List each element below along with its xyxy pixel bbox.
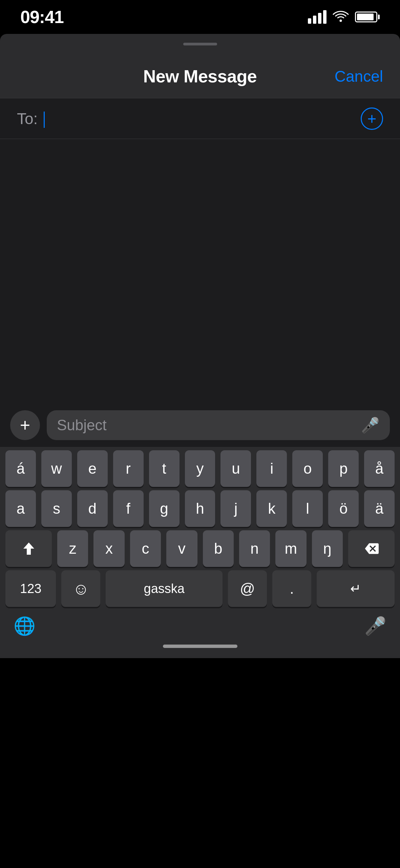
svg-point-0: [340, 19, 342, 22]
key-f[interactable]: f: [113, 490, 144, 527]
message-body-area[interactable]: [0, 139, 400, 403]
to-label: To:: [17, 110, 38, 128]
keyboard-row-2: a s d f g h j k l ö ä: [0, 487, 400, 527]
mic-icon-subject[interactable]: 🎤: [361, 416, 380, 434]
battery-icon: [355, 12, 380, 22]
status-bar: 09:41: [0, 0, 400, 34]
key-t[interactable]: t: [149, 450, 180, 487]
text-cursor: [44, 112, 45, 128]
emoji-key[interactable]: ☺: [61, 570, 100, 607]
key-a-ring[interactable]: å: [364, 450, 395, 487]
globe-key[interactable]: 🌐: [14, 616, 36, 636]
key-v[interactable]: v: [166, 530, 197, 567]
key-a-umlaut[interactable]: ä: [364, 490, 395, 527]
mic-key[interactable]: 🎤: [364, 616, 386, 636]
key-y[interactable]: y: [185, 450, 215, 487]
new-message-header: New Message Cancel: [0, 54, 400, 98]
key-e[interactable]: e: [77, 450, 108, 487]
shift-key[interactable]: [5, 530, 52, 567]
key-o-umlaut[interactable]: ö: [328, 490, 359, 527]
key-z[interactable]: z: [57, 530, 88, 567]
subject-placeholder: Subject: [57, 417, 107, 434]
subject-input-wrap[interactable]: Subject 🎤: [47, 410, 390, 440]
key-c[interactable]: c: [130, 530, 161, 567]
add-contact-button[interactable]: +: [361, 107, 383, 130]
wifi-icon: [333, 9, 349, 25]
key-d[interactable]: d: [77, 490, 108, 527]
key-r[interactable]: r: [113, 450, 144, 487]
keyboard: á w e r t y u i o p å a s d f g h j k l …: [0, 447, 400, 640]
status-time: 09:41: [20, 7, 64, 27]
key-i[interactable]: i: [256, 450, 287, 487]
delete-key[interactable]: [348, 530, 395, 567]
key-x[interactable]: x: [93, 530, 124, 567]
key-u[interactable]: u: [220, 450, 251, 487]
key-g[interactable]: g: [149, 490, 180, 527]
at-key[interactable]: @: [228, 570, 267, 607]
return-key[interactable]: ↵: [317, 570, 395, 607]
keyboard-row-3: z x c v b n m ŋ: [0, 527, 400, 567]
status-icons: [308, 9, 380, 25]
home-indicator: [163, 645, 237, 648]
keyboard-row-1: á w e r t y u i o p å: [0, 447, 400, 487]
period-key[interactable]: .: [272, 570, 311, 607]
space-key[interactable]: gasska: [106, 570, 223, 607]
sheet-handle-area: [0, 34, 400, 54]
key-l[interactable]: l: [292, 490, 323, 527]
to-cursor-indicator: [43, 109, 45, 128]
key-s[interactable]: s: [41, 490, 72, 527]
key-w[interactable]: w: [41, 450, 72, 487]
key-j[interactable]: j: [220, 490, 251, 527]
cancel-button[interactable]: Cancel: [335, 67, 383, 85]
key-b[interactable]: b: [203, 530, 234, 567]
add-attachment-button[interactable]: +: [10, 410, 40, 440]
key-a-acute[interactable]: á: [5, 450, 36, 487]
numbers-key[interactable]: 123: [5, 570, 56, 607]
compose-area: + Subject 🎤: [0, 403, 400, 447]
key-n[interactable]: n: [239, 530, 270, 567]
key-h[interactable]: h: [185, 490, 215, 527]
sheet-handle: [183, 43, 217, 45]
key-eng[interactable]: ŋ: [312, 530, 343, 567]
keyboard-bottom-bar: 🌐 🎤: [0, 610, 400, 640]
key-o[interactable]: o: [292, 450, 323, 487]
key-a[interactable]: a: [5, 490, 36, 527]
signal-icon: [308, 10, 327, 24]
home-indicator-wrap: [0, 640, 400, 658]
plus-icon: +: [20, 415, 30, 435]
header-title: New Message: [143, 66, 257, 86]
to-field: To: +: [0, 98, 400, 139]
keyboard-row-4: 123 ☺ gasska @ . ↵: [0, 567, 400, 610]
key-m[interactable]: m: [275, 530, 306, 567]
key-k[interactable]: k: [256, 490, 287, 527]
key-p[interactable]: p: [328, 450, 359, 487]
plus-icon: +: [367, 110, 377, 128]
